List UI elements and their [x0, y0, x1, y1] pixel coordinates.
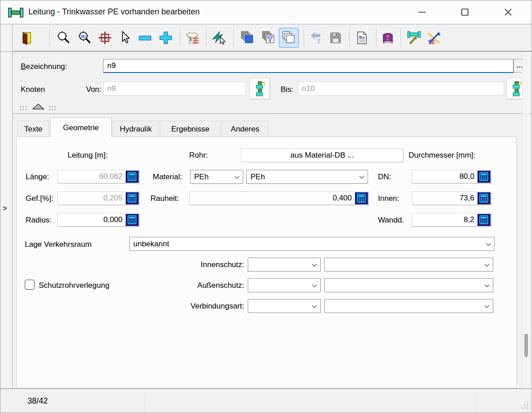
undo-button[interactable] [306, 28, 326, 48]
tab-ergebnisse[interactable]: Ergebnisse [160, 121, 221, 137]
material-name-dropdown[interactable]: PEh [246, 170, 368, 184]
chevron-down-icon [312, 263, 317, 267]
verbindungsart-code-dropdown[interactable] [248, 299, 321, 313]
innen-input[interactable] [412, 192, 477, 204]
layers-filter-button[interactable] [259, 28, 278, 48]
panel-expand-chevron-icon[interactable]: > [3, 204, 10, 214]
innen-calculator-button[interactable] [477, 192, 491, 204]
rohr-label: Rohr: [189, 151, 208, 160]
grip-dots-icon[interactable] [48, 104, 57, 113]
gefaelle-label: Gef.[%]: [26, 194, 53, 203]
von-node-picker-button[interactable] [250, 78, 270, 99]
snap-grid-button[interactable] [95, 28, 115, 48]
wandd-input[interactable] [412, 213, 477, 226]
layers-filter-icon [261, 31, 276, 45]
chevron-down-icon [484, 284, 490, 288]
scrollbar-thumb[interactable] [524, 334, 528, 357]
wandd-calculator-button[interactable] [477, 213, 491, 226]
status-bar: 38/42 [0, 389, 532, 413]
status-separator [476, 393, 476, 410]
chevron-down-icon [484, 263, 490, 267]
bis-label: Bis: [281, 85, 293, 94]
maximize-button[interactable] [451, 0, 479, 24]
rauheit-calculator-button[interactable] [355, 192, 368, 204]
pipe-measure-button[interactable] [404, 28, 424, 48]
aussenschutz-code-dropdown[interactable] [248, 278, 321, 292]
exit-button[interactable] [17, 28, 36, 48]
quick-pick-button[interactable] [209, 28, 228, 48]
zoom-button[interactable] [54, 28, 73, 48]
text-placement-button[interactable]: T [182, 28, 202, 48]
text-shirt-grid-icon: T [185, 31, 200, 45]
minimize-icon [417, 7, 427, 17]
resize-grip-icon[interactable] [521, 401, 529, 411]
minimize-button[interactable] [408, 0, 436, 24]
save-button[interactable] [326, 28, 346, 48]
pipe-crossing-icon [427, 30, 442, 45]
close-button[interactable] [494, 0, 522, 24]
side-panel-collapsed: > [0, 24, 13, 388]
select-button[interactable] [115, 28, 135, 48]
chevron-down-icon [312, 284, 317, 288]
grip-dots-icon[interactable] [19, 104, 28, 113]
layers-plain-icon [282, 31, 296, 45]
toolbar-separator [233, 29, 234, 47]
verbindungsart-name-dropdown[interactable] [324, 299, 493, 313]
zoom-3d-button[interactable]: 3D [75, 28, 95, 48]
innenschutz-name-dropdown[interactable] [324, 258, 493, 272]
remove-element-button[interactable] [135, 28, 155, 48]
svg-text:3D: 3D [81, 34, 86, 39]
layers-filled-button[interactable] [237, 28, 257, 48]
von-label: Von: [86, 85, 101, 94]
rauheit-field-group [189, 191, 368, 205]
svg-text:T: T [189, 36, 193, 42]
save-floppy-icon [328, 31, 343, 45]
aussenschutz-label: Außenschutz: [181, 281, 244, 290]
pipe-crossing-button[interactable] [424, 28, 444, 48]
innenschutz-label: Innenschutz: [181, 260, 244, 269]
tab-anderes[interactable]: Anderes [222, 121, 268, 137]
toolbar-separator [349, 29, 350, 47]
dialog-window: Leitung - Trinkwasser PE vorhanden bearb… [0, 0, 532, 413]
laenge-calculator-button[interactable] [125, 170, 139, 183]
bis-node-input[interactable] [298, 82, 504, 95]
dn-input[interactable] [412, 170, 477, 183]
dn-calculator-button[interactable] [477, 170, 491, 183]
tab-hydraulik[interactable]: Hydraulik [113, 121, 159, 137]
layers-plain-button[interactable] [279, 28, 299, 48]
durchmesser-group-label: Durchmesser [mm]: [409, 151, 475, 160]
leitung-group-label: Leitung [m]: [55, 151, 120, 160]
schutzrohr-checkbox[interactable] [25, 280, 35, 290]
vertical-scrollbar[interactable] [522, 52, 529, 388]
radius-calculator-button[interactable] [125, 213, 139, 226]
radius-input[interactable] [58, 213, 125, 226]
help-button[interactable]: ? [378, 28, 398, 48]
lage-verkehrsraum-label: Lage Verkehrsraum [25, 240, 91, 249]
wandd-field-group [412, 213, 491, 227]
radius-field-group [57, 213, 139, 227]
toolbar-separator [180, 29, 180, 47]
material-db-button[interactable]: aus Material-DB ... [241, 148, 403, 162]
flash-pick-icon [211, 30, 226, 45]
laenge-input[interactable] [58, 170, 125, 183]
lage-verkehrsraum-dropdown[interactable]: unbekannt [129, 237, 495, 251]
tab-geometrie[interactable]: Geometrie [50, 118, 112, 137]
report-button[interactable] [352, 28, 372, 48]
material-code-dropdown[interactable]: PEh [190, 170, 243, 184]
tab-texte[interactable]: Texte [18, 121, 49, 137]
undo-icon [309, 31, 323, 45]
von-node-input[interactable] [103, 82, 246, 95]
gefaelle-input[interactable] [58, 192, 125, 204]
dn-field-group [412, 170, 491, 183]
rauheit-input[interactable] [190, 192, 355, 204]
gefaelle-calculator-button[interactable] [125, 192, 139, 204]
node-pipe-icon [510, 81, 523, 97]
bezeichnung-input[interactable] [103, 59, 514, 73]
help-book-icon: ? [381, 31, 395, 45]
slope-triangle-icon[interactable] [32, 103, 45, 112]
aussenschutz-name-dropdown[interactable] [324, 278, 493, 292]
add-element-button[interactable] [156, 28, 176, 48]
rauheit-label: Rauheit: [150, 194, 179, 203]
innenschutz-code-dropdown[interactable] [248, 258, 321, 272]
chevron-down-icon [486, 243, 491, 246]
